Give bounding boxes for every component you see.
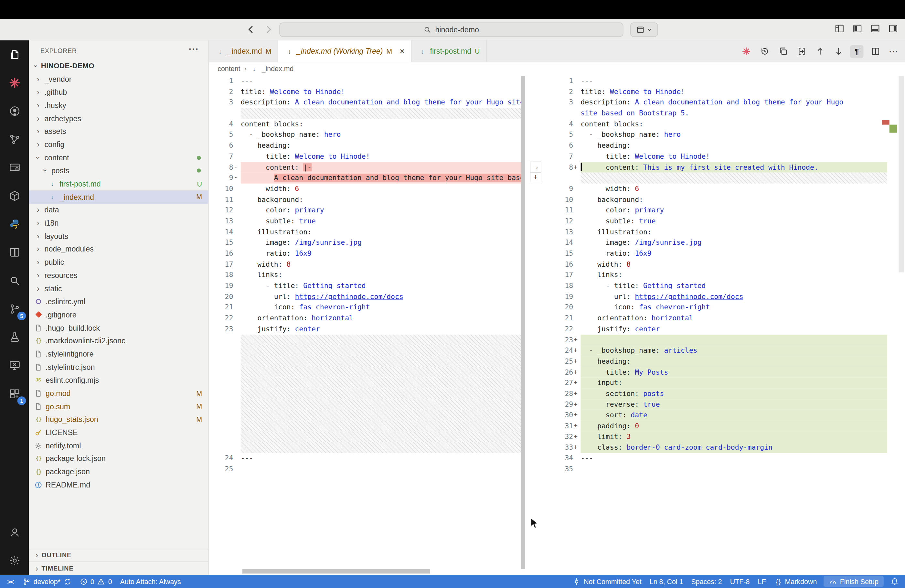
tree-item-archetypes[interactable]: ›archetypes xyxy=(29,112,208,125)
tree-item--index-md[interactable]: ↓_index.mdM xyxy=(29,191,208,203)
tree-item--eslintrc-yml[interactable]: .eslintrc.yml xyxy=(29,295,208,308)
tree-item-public[interactable]: ›public xyxy=(29,256,208,269)
tree-item-static[interactable]: ›static xyxy=(29,282,208,295)
activity-item-docs-book[interactable] xyxy=(0,238,29,266)
outline-section[interactable]: › OUTLINE xyxy=(29,548,208,561)
tree-item--stylelintrc-json[interactable]: .stylelintrc.json xyxy=(29,361,208,373)
tab--index-md[interactable]: ↓_index.mdM xyxy=(209,40,278,62)
status-indentation[interactable]: Spaces: 2 xyxy=(687,575,726,588)
modified-line-26[interactable]: 26+ title: My Posts xyxy=(527,367,887,378)
more-actions-button[interactable]: ··· xyxy=(887,44,900,58)
modified-line-21[interactable]: 21 orientation: horizontal xyxy=(527,313,887,324)
modified-line-28[interactable]: 28+ section: posts xyxy=(527,388,887,399)
tree-item-netlify-toml[interactable]: netlify.toml xyxy=(29,439,208,452)
original-line-8[interactable]: 8- content: |- xyxy=(209,162,521,173)
tree-item-assets[interactable]: ›assets xyxy=(29,125,208,138)
original-line-24[interactable]: 24--- xyxy=(209,453,521,464)
activity-item-testing[interactable] xyxy=(0,323,29,351)
original-line-14[interactable]: 14 illustration: xyxy=(209,227,521,237)
activity-item-search[interactable] xyxy=(0,267,29,295)
tree-item--hugo-build-lock[interactable]: .hugo_build.lock xyxy=(29,321,208,334)
modified-line-1[interactable]: 1--- xyxy=(527,76,887,86)
tree-item-node-modules[interactable]: ›node_modules xyxy=(29,243,208,256)
next-change-button[interactable] xyxy=(832,44,845,58)
breadcrumb-item[interactable]: content xyxy=(218,65,240,73)
activity-item-accounts[interactable] xyxy=(0,518,29,546)
previous-change-button[interactable] xyxy=(813,44,826,58)
command-center[interactable]: hinode-demo xyxy=(279,22,623,37)
status-problems[interactable]: 00 xyxy=(75,575,116,588)
activity-item-explorer[interactable] xyxy=(0,40,29,68)
modified-line-8[interactable]: 8+ content: This is my first site create… xyxy=(527,162,887,173)
breadcrumb[interactable]: content›↓_index.md xyxy=(209,62,905,75)
modified-line-17[interactable]: 17 links: xyxy=(527,270,887,280)
original-line-20[interactable]: 20 url: https://gethinode.com/docs xyxy=(209,291,521,302)
status-commit-status[interactable]: Not Committed Yet xyxy=(569,575,646,588)
tree-item-hinode-demo[interactable]: ›HINODE-DEMO xyxy=(29,59,208,72)
activity-item-python[interactable] xyxy=(0,210,29,238)
modified-line-11[interactable]: 11 color: primary xyxy=(527,205,887,216)
toggle-panel[interactable] xyxy=(870,23,880,35)
tab--index-md-working-tree-[interactable]: ↓_index.md (Working Tree)M× xyxy=(278,40,412,62)
status-language-mode[interactable]: { }Markdown xyxy=(770,575,821,588)
original-line-22[interactable]: 22 orientation: horizontal xyxy=(209,313,521,324)
modified-line-32[interactable]: 32+ limit: 3 xyxy=(527,432,887,442)
close-icon[interactable]: × xyxy=(400,46,405,56)
nav-forward-icon[interactable] xyxy=(263,24,273,35)
tree-item-content[interactable]: ›content xyxy=(29,151,208,164)
modified-line-20[interactable]: 20 icon: fas chevron-right xyxy=(527,302,887,313)
modified-line-9[interactable]: 9 width: 6 xyxy=(527,183,887,194)
tree-item-data[interactable]: ›data xyxy=(29,203,208,216)
original-line-4[interactable]: 4content_blocks: xyxy=(209,119,521,129)
split-editor-button[interactable] xyxy=(868,44,882,58)
original-line-7[interactable]: 7 title: Welcome to Hinode! xyxy=(209,151,521,162)
modified-line-16[interactable]: 16 width: 8 xyxy=(527,259,887,270)
vertical-scrollbar[interactable] xyxy=(521,76,525,569)
modified-line-24[interactable]: 24+ - _bookshop_name: articles xyxy=(527,345,887,356)
modified-line-4[interactable]: 4content_blocks: xyxy=(527,119,887,129)
original-line-6[interactable]: 6 heading: xyxy=(209,140,521,151)
activity-item-extensions[interactable]: 1 xyxy=(0,380,29,408)
tree-item-resources[interactable]: ›resources xyxy=(29,269,208,282)
open-changes-button[interactable] xyxy=(795,44,808,58)
modified-line-18[interactable]: 18 - title: Getting started xyxy=(527,281,887,291)
activity-item-live-preview[interactable] xyxy=(0,351,29,380)
status-remote-indicator[interactable]: >< xyxy=(2,575,18,588)
original-line-21[interactable]: 21 icon: fas chevron-right xyxy=(209,302,521,313)
modified-line-19[interactable]: 19 url: https://gethinode.com/docs xyxy=(527,291,887,302)
modified-line-33[interactable]: 33+ class: border-0 card-zoom card-body-… xyxy=(527,442,887,453)
original-line-12[interactable]: 12 color: primary xyxy=(209,205,521,216)
timeline-history-button[interactable] xyxy=(758,44,771,58)
original-line-1[interactable]: 1--- xyxy=(209,76,521,86)
tree-item-go-mod[interactable]: go.modM xyxy=(29,387,208,399)
activity-item-github[interactable] xyxy=(0,97,29,125)
more-actions-icon[interactable]: ··· xyxy=(189,44,199,54)
status-notifications[interactable] xyxy=(887,575,903,588)
modified-line-7[interactable]: 7 title: Welcome to Hinode! xyxy=(527,151,887,162)
tree-item-go-sum[interactable]: go.sumM xyxy=(29,400,208,413)
modified-line-14[interactable]: 14 image: /img/sunrise.jpg xyxy=(527,237,887,248)
original-line-3[interactable]: 3description: A clean documentation and … xyxy=(209,97,521,108)
tree-item--gitignore[interactable]: .gitignore xyxy=(29,308,208,321)
status-branch[interactable]: develop* xyxy=(18,575,75,588)
activity-item-remote-window[interactable] xyxy=(0,154,29,182)
modified-line-23[interactable]: 23+ xyxy=(527,334,887,345)
overview-ruler[interactable] xyxy=(899,76,904,272)
status-cursor-position[interactable]: Ln 8, Col 1 xyxy=(645,575,687,588)
modified-line-2[interactable]: 2title: Welcome to Hinode! xyxy=(527,86,887,97)
tree-item-eslint-config-mjs[interactable]: JSeslint.config.mjs xyxy=(29,374,208,387)
original-line-23[interactable]: 23 justify: center xyxy=(209,324,521,334)
copy-change-button[interactable]: → xyxy=(530,162,541,172)
activity-item-settings[interactable] xyxy=(0,546,29,574)
modified-line-12[interactable]: 12 subtle: true xyxy=(527,216,887,227)
status-auto-attach[interactable]: Auto Attach: Always xyxy=(116,575,185,588)
original-line-16[interactable]: 16 ratio: 16x9 xyxy=(209,248,521,259)
status-eol[interactable]: LF xyxy=(754,575,770,588)
copy-button[interactable] xyxy=(776,44,790,58)
tab-first-post-md[interactable]: ↓first-post.mdU xyxy=(411,40,486,62)
tree-item-first-post-md[interactable]: ↓first-post.mdU xyxy=(29,177,208,190)
timeline-section[interactable]: › TIMELINE xyxy=(29,561,208,574)
tree-item-config[interactable]: ›config xyxy=(29,138,208,151)
tree-item-package-lock-json[interactable]: {}package-lock.json xyxy=(29,452,208,465)
modified-line-30[interactable]: 30+ sort: date xyxy=(527,410,887,421)
